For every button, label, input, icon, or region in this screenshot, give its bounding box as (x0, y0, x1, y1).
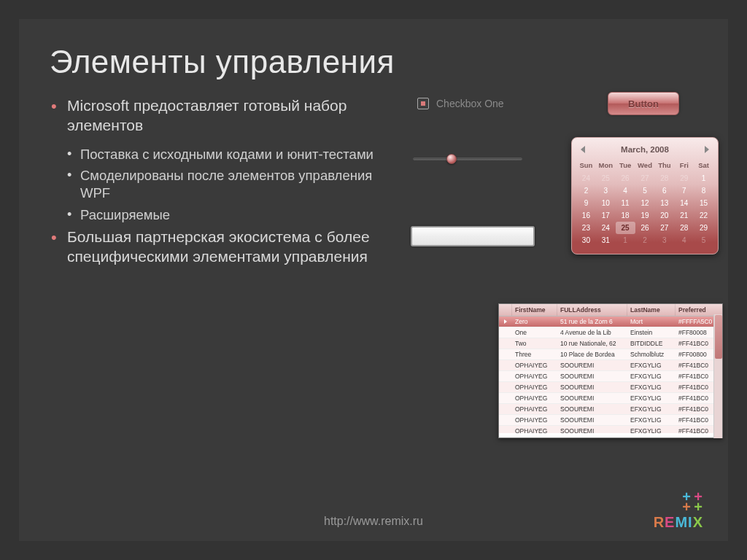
calendar-day[interactable]: 17 (596, 209, 616, 222)
calendar-day[interactable]: 13 (654, 197, 674, 209)
calendar-day[interactable]: 27 (635, 172, 655, 184)
content-row: Microsoft предоставляет готовый набор эл… (19, 80, 728, 277)
calendar-day[interactable]: 25 (596, 172, 616, 184)
calendar-day[interactable]: 30 (576, 234, 596, 246)
table-cell: OPHAIYEG (512, 404, 557, 414)
table-cell: EFXGYLIG (627, 393, 676, 403)
slider-thumb[interactable] (446, 154, 457, 164)
calendar-day[interactable]: 1 (616, 234, 635, 246)
table-row[interactable]: OPHAIYEGSOOUREMIEFXGYLIG#FF41BC0 (499, 404, 722, 415)
table-cell: EFXGYLIG (627, 382, 676, 392)
calendar-day[interactable]: 20 (654, 209, 674, 222)
datagrid-body: Zero51 rue de la Zorn 6Mort#FFFFA5C0One4… (499, 316, 722, 433)
calendar-day[interactable]: 2 (635, 234, 655, 246)
calendar-grid: SunMonTueWedThuFriSat2425262728291234567… (576, 160, 713, 246)
calendar-day[interactable]: 16 (576, 209, 596, 222)
bullet-item: Расширяемые (50, 206, 378, 224)
table-cell: OPHAIYEG (512, 382, 557, 392)
table-row[interactable]: OPHAIYEGSOOUREMIEFXGYLIG#FF41BC0 (499, 393, 722, 404)
calendar-day[interactable]: 14 (674, 197, 694, 209)
calendar-dow: Thu (654, 160, 674, 172)
table-row[interactable]: Three10 Place de BordeaSchmolblutz#FF008… (499, 349, 722, 360)
calendar-day[interactable]: 22 (694, 209, 713, 222)
table-row[interactable]: OPHAIYEGSOOUREMIEFXGYLIG#FF41BC0 (499, 415, 722, 426)
checkbox-icon[interactable] (417, 98, 429, 109)
calendar-day[interactable]: 26 (635, 222, 655, 234)
calendar-day[interactable]: 23 (576, 222, 596, 234)
calendar-day[interactable]: 24 (596, 222, 616, 234)
checkbox-sample[interactable]: Checkbox One (417, 98, 504, 109)
calendar-day[interactable]: 29 (694, 222, 713, 234)
column-header[interactable] (499, 304, 512, 316)
table-cell (499, 415, 512, 425)
datagrid-sample[interactable]: FirstNameFULLAddressLastNamePreferred Ze… (498, 303, 723, 438)
scrollbar-thumb[interactable] (715, 315, 722, 359)
svg-rect-0 (421, 101, 425, 106)
calendar-day[interactable]: 2 (576, 184, 596, 197)
calendar-day[interactable]: 6 (654, 184, 674, 197)
table-row[interactable]: OPHAIYEGSOOUREMIEFXGYLIG#FF41BC0 (499, 382, 722, 393)
column-header[interactable]: FirstName (512, 304, 557, 316)
calendar-day[interactable]: 27 (654, 222, 674, 234)
calendar-day[interactable]: 28 (674, 222, 694, 234)
table-row[interactable]: OPHAIYEGSOOUREMIEFXGYLIG#FF41BC0 (499, 371, 722, 382)
calendar-day[interactable]: 25 (616, 222, 635, 234)
calendar-day[interactable]: 4 (616, 184, 635, 197)
table-cell: SOOUREMI (557, 426, 627, 433)
calendar-day[interactable]: 7 (674, 184, 694, 197)
calendar-day[interactable]: 5 (694, 234, 713, 246)
table-cell: EFXGYLIG (627, 404, 676, 414)
logo-text: REMIX (654, 514, 703, 531)
table-cell (499, 393, 512, 403)
calendar-title: March, 2008 (621, 145, 669, 154)
chevron-left-icon[interactable] (581, 146, 585, 153)
table-cell: OPHAIYEG (512, 426, 557, 433)
calendar-day[interactable]: 11 (616, 197, 635, 209)
table-row[interactable]: Zero51 rue de la Zorn 6Mort#FFFFA5C0 (499, 316, 722, 327)
footer-url: http://www.remix.ru (19, 515, 728, 528)
calendar-day[interactable]: 24 (576, 172, 596, 184)
bullet-item: Смоделированы после элементов управления… (50, 167, 378, 201)
table-cell: SOOUREMI (557, 393, 627, 403)
calendar-day[interactable]: 4 (674, 234, 694, 246)
table-row[interactable]: Two10 rue Nationale, 62BITDIDDLE#FF41BC0 (499, 338, 722, 349)
checkbox-label: Checkbox One (436, 98, 504, 109)
textbox-sample[interactable] (411, 226, 535, 246)
button-sample[interactable]: Button (608, 92, 679, 115)
chevron-right-icon[interactable] (705, 146, 709, 153)
calendar-day[interactable]: 3 (654, 234, 674, 246)
calendar-dow: Sat (694, 160, 713, 172)
table-cell: SOOUREMI (557, 404, 627, 414)
calendar-day[interactable]: 12 (635, 197, 655, 209)
calendar-day[interactable]: 3 (596, 184, 616, 197)
table-row[interactable]: One4 Avenue de la LibEinstein#FF80008 (499, 327, 722, 338)
scrollbar[interactable] (713, 314, 722, 438)
calendar-day[interactable]: 21 (674, 209, 694, 222)
calendar-day[interactable]: 9 (576, 197, 596, 209)
datagrid-header: FirstNameFULLAddressLastNamePreferred (499, 304, 722, 316)
bullet-item: Microsoft предоставляет готовый набор эл… (50, 96, 378, 136)
calendar-day[interactable]: 5 (635, 184, 655, 197)
calendar-day[interactable]: 29 (674, 172, 694, 184)
slider-sample[interactable] (413, 158, 522, 160)
column-header[interactable]: LastName (627, 304, 676, 316)
table-cell: 4 Avenue de la Lib (557, 327, 627, 338)
calendar-header: March, 2008 (576, 142, 713, 160)
calendar-day[interactable]: 10 (596, 197, 616, 209)
table-cell (499, 327, 512, 338)
column-header[interactable]: FULLAddress (557, 304, 627, 316)
calendar-sample[interactable]: March, 2008 SunMonTueWedThuFriSat2425262… (571, 137, 719, 254)
calendar-day[interactable]: 15 (694, 197, 713, 209)
calendar-day[interactable]: 8 (694, 184, 713, 197)
calendar-day[interactable]: 26 (616, 172, 635, 184)
calendar-day[interactable]: 31 (596, 234, 616, 246)
table-cell: Schmolblutz (627, 349, 676, 359)
calendar-day[interactable]: 1 (694, 172, 713, 184)
calendar-day[interactable]: 19 (635, 209, 655, 222)
table-row[interactable]: OPHAIYEGSOOUREMIEFXGYLIG#FF41BC0 (499, 360, 722, 371)
controls-showcase: Checkbox One Button March, 2008 SunMonTu… (378, 96, 728, 277)
table-cell: EFXGYLIG (627, 426, 676, 433)
calendar-day[interactable]: 18 (616, 209, 635, 222)
table-row[interactable]: OPHAIYEGSOOUREMIEFXGYLIG#FF41BC0 (499, 426, 722, 433)
calendar-day[interactable]: 28 (654, 172, 674, 184)
